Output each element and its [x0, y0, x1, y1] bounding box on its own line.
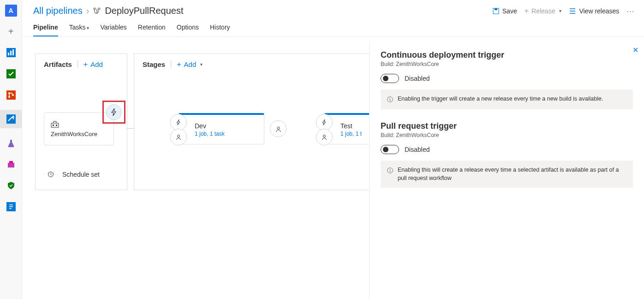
test-plans-icon[interactable] [5, 137, 18, 150]
svg-rect-3 [12, 49, 14, 55]
predeploy-conditions-test[interactable] [316, 114, 333, 131]
schedule-row[interactable]: Schedule set [44, 167, 100, 181]
svg-rect-12 [9, 161, 13, 163]
pr-trigger-subtitle: Build: ZenithWorksCore [381, 132, 633, 138]
stage-card-dev[interactable]: Dev 1 job, 1 task [179, 113, 264, 144]
postdeploy-conditions-dev[interactable] [270, 120, 286, 137]
more-button[interactable]: ··· [626, 7, 635, 15]
release-button[interactable]: + Release ▾ [525, 7, 562, 15]
pr-trigger-info-text: Enabling this will create a release ever… [398, 166, 626, 182]
svg-rect-20 [56, 125, 57, 126]
svg-rect-19 [53, 125, 54, 126]
artifacts-header: Artifacts [44, 60, 72, 68]
list-icon [569, 7, 576, 15]
person-icon [322, 134, 327, 140]
plus-icon: + [177, 61, 181, 68]
cd-trigger-button[interactable] [106, 104, 122, 120]
breadcrumb-root[interactable]: All pipelines [33, 6, 83, 16]
release-label: Release [531, 7, 555, 15]
person-icon [275, 126, 281, 132]
svg-rect-2 [10, 51, 12, 55]
tab-variables[interactable]: Variables [100, 24, 126, 36]
close-button[interactable]: ✕ [632, 46, 638, 54]
boards-icon[interactable] [5, 67, 18, 80]
tab-history[interactable]: History [210, 24, 230, 36]
compliance-icon[interactable] [5, 179, 18, 192]
build-icon [51, 120, 59, 128]
stage-dev-jobs[interactable]: 1 job, 1 task [195, 131, 264, 137]
add-stage-button[interactable]: + Add ▾ [171, 60, 203, 68]
artifacts-panel: Artifacts + Add ZenithWorksCore Schedule… [35, 54, 127, 190]
repos-icon[interactable] [5, 89, 18, 102]
page-title: DeployPullRequest [105, 6, 183, 16]
tab-retention[interactable]: Retention [138, 24, 166, 36]
plus-icon: + [525, 7, 529, 15]
tab-options[interactable]: Options [177, 24, 199, 36]
chevron-down-icon: ▾ [200, 62, 203, 67]
svg-rect-18 [51, 123, 59, 127]
tab-tasks[interactable]: Tasks▾ [69, 24, 89, 36]
cd-trigger-toggle[interactable] [381, 74, 399, 83]
svg-point-23 [277, 127, 280, 129]
svg-point-7 [8, 96, 10, 98]
stage-dev-name: Dev [195, 122, 264, 130]
schedule-label: Schedule set [62, 171, 100, 178]
predeploy-conditions-dev[interactable] [170, 114, 187, 131]
breadcrumb: All pipelines › DeployPullRequest [33, 6, 184, 16]
stages-header: Stages [143, 60, 165, 68]
trigger-flyout: ✕ Continuous deployment trigger Build: Z… [369, 41, 644, 299]
add-artifact-label: Add [90, 60, 103, 68]
approvers-dev[interactable] [170, 129, 187, 145]
lightning-icon [322, 120, 327, 125]
main-area: All pipelines › DeployPullRequest Save +… [22, 0, 644, 299]
chevron-right-icon: › [86, 6, 89, 16]
pipelines-icon[interactable] [0, 110, 22, 128]
pr-trigger-state: Disabled [405, 146, 429, 153]
project-avatar[interactable]: A [5, 5, 17, 17]
save-button[interactable]: Save [492, 7, 517, 15]
stages-panel: Stages + Add ▾ Dev 1 job, 1 task [134, 54, 383, 190]
svg-point-22 [178, 135, 180, 138]
svg-rect-1 [8, 53, 9, 55]
cd-trigger-info-text: Enabling the trigger will create a new r… [398, 95, 603, 103]
pr-trigger-title: Pull request trigger [381, 121, 633, 131]
svg-point-14 [94, 8, 95, 10]
info-icon: ⓘ [387, 96, 393, 104]
page-header: All pipelines › DeployPullRequest Save +… [22, 0, 644, 16]
add-icon[interactable]: + [5, 25, 18, 38]
pr-trigger-toggle[interactable] [381, 145, 399, 154]
header-actions: Save + Release ▾ View releases ··· [492, 7, 635, 15]
svg-point-24 [323, 135, 326, 138]
plus-icon: + [83, 61, 88, 68]
cd-trigger-info: ⓘ Enabling the trigger will create a new… [381, 90, 633, 109]
pipeline-type-icon [93, 7, 101, 15]
svg-rect-11 [8, 163, 14, 167]
view-releases-button[interactable]: View releases [569, 7, 619, 15]
tab-pipeline[interactable]: Pipeline [33, 24, 58, 36]
chevron-down-icon: ▾ [87, 25, 89, 30]
tabs: Pipeline Tasks▾ Variables Retention Opti… [22, 18, 644, 37]
chevron-down-icon: ▾ [559, 8, 561, 13]
cd-trigger-subtitle: Build: ZenithWorksCore [381, 61, 633, 67]
artifacts-nav-icon[interactable] [5, 158, 18, 171]
cd-trigger-state: Disabled [405, 75, 429, 82]
nav-rail: A + [0, 0, 22, 299]
save-label: Save [502, 7, 517, 15]
add-artifact-button[interactable]: + Add [78, 60, 103, 68]
person-icon [176, 134, 181, 140]
artifact-card[interactable]: ZenithWorksCore [44, 112, 114, 145]
add-stage-label: Add [184, 60, 197, 68]
extension-icon[interactable] [5, 200, 18, 213]
cd-trigger-title: Continuous deployment trigger [381, 50, 633, 60]
lightning-icon [111, 108, 117, 116]
svg-rect-9 [6, 114, 16, 124]
lightning-icon [176, 120, 181, 125]
artifact-name: ZenithWorksCore [51, 131, 113, 138]
save-icon [492, 7, 500, 15]
dashboards-icon[interactable] [5, 46, 18, 59]
approvers-test[interactable] [316, 129, 333, 145]
svg-rect-5 [6, 90, 16, 100]
info-icon: ⓘ [387, 167, 393, 175]
svg-point-6 [8, 92, 10, 94]
pr-trigger-info: ⓘ Enabling this will create a release ev… [381, 161, 633, 188]
